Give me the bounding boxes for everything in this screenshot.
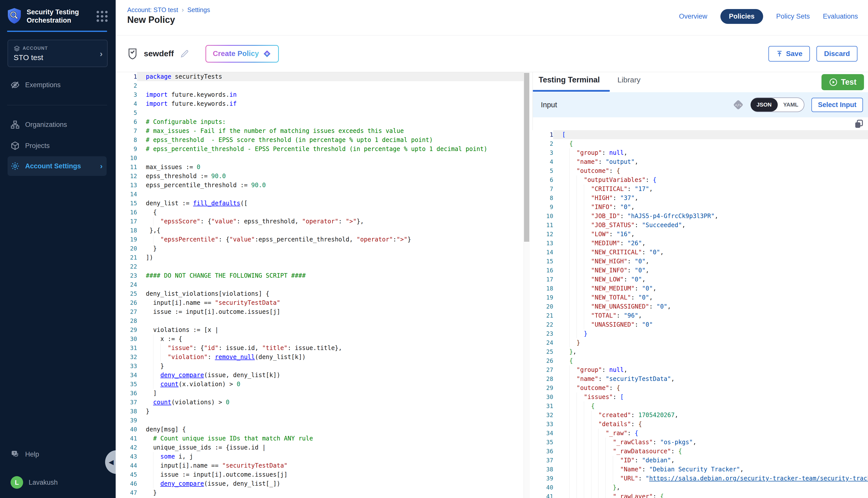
code-line[interactable]: 13epss_percentile_threshold := 90.0 [116,181,524,190]
code-line[interactable]: 19 "epssPercentile": {"value":epss_perce… [116,235,524,244]
code-line[interactable]: 4import future.keywords.if [116,99,524,108]
code-line[interactable]: 6# Configurable inputs: [116,117,524,127]
code-line[interactable]: 3import future.keywords.in [116,90,524,99]
code-line[interactable]: 2 [116,81,524,90]
code-line[interactable]: 12epss_threshold := 90.0 [116,172,524,181]
code-line[interactable]: 38 "Name": "Debian Security Tracker", [533,465,868,474]
code-line[interactable]: 26 { [533,356,868,365]
sidebar-item-help[interactable]: ? Help [8,447,106,462]
discard-button[interactable]: Discard [816,46,857,62]
create-policy-button[interactable]: Create Policy [205,45,279,63]
sidebar-user[interactable]: L Lavakush [8,475,106,490]
code-line[interactable]: 47 } [116,488,524,497]
code-line[interactable]: 5 "outcome": { [533,166,868,175]
code-line[interactable]: 38} [116,407,524,416]
code-line[interactable]: 37 "ID": "debian", [533,456,868,465]
sidebar-item-projects[interactable]: Projects [8,138,106,153]
code-line[interactable]: 46 deny_compare(issue, deny_list[_]) [116,479,524,488]
code-line[interactable]: 15deny_list := fill_defaults([ [116,199,524,208]
code-line[interactable]: 40 }, [533,483,868,492]
code-line[interactable]: 18 "NEW_MEDIUM": "0", [533,284,868,293]
code-line[interactable]: 28 [116,316,524,325]
code-line[interactable]: 39 "URL": "https://salsa.debian.org/secu… [533,474,868,483]
code-line[interactable]: 7 "CRITICAL": "17", [533,184,868,194]
code-line[interactable]: 45 issue := input[i].outcome.issues[j] [116,470,524,479]
code-line[interactable]: 6 "outputVariables": { [533,175,868,184]
code-line[interactable]: 17 "epssScore": {"value": epss_threshold… [116,217,524,226]
code-line[interactable]: 20 } [116,244,524,253]
test-input-json-editor[interactable]: 1[2 {3 "group": null,4 "name": "output",… [533,130,868,498]
code-line[interactable]: 13 "MEDIUM": "26", [533,239,868,248]
code-line[interactable]: 35 "_rawClass": "os-pkgs", [533,438,868,447]
test-button[interactable]: Test [821,74,864,90]
code-line[interactable]: 20 "NEW_UNASSIGNED": "0", [533,302,868,311]
edit-pencil-icon[interactable] [180,49,189,58]
code-line[interactable]: 8# epss_threshold - EPSS score threshold… [116,135,524,144]
code-diamond-icon[interactable]: </> [732,99,744,110]
code-line[interactable]: 41 # Count unique issue IDs that match A… [116,434,524,443]
sidebar-item-organizations[interactable]: Organizations [8,117,106,132]
select-input-button[interactable]: Select Input [812,98,863,112]
code-line[interactable]: 40deny[msg] { [116,425,524,434]
code-line[interactable]: 34 "_raw": { [533,429,868,438]
copy-icon[interactable] [853,119,865,130]
code-line[interactable]: 17 "NEW_LOW": "0", [533,275,868,284]
code-line[interactable]: 39 [116,416,524,425]
nav-overview[interactable]: Overview [679,13,707,21]
code-line[interactable]: 9 "INFO": "0", [533,202,868,212]
code-line[interactable]: 14 "NEW_CRITICAL": "0", [533,248,868,257]
breadcrumb-account[interactable]: Account: STO test [127,6,178,14]
code-line[interactable]: 19 "NEW_TOTAL": "0", [533,293,868,302]
code-line[interactable]: 21 "TOTAL": "96", [533,311,868,320]
code-line[interactable]: 34 deny_compare(issue, deny_list[k]) [116,371,524,380]
code-line[interactable]: 27 issue := input[i].outcome.issues[j] [116,307,524,316]
code-line[interactable]: 26 input[i].name == "securityTestData" [116,298,524,307]
code-line[interactable]: 11max_issues := 0 [116,162,524,172]
nav-evaluations[interactable]: Evaluations [823,13,858,21]
code-line[interactable]: 33 "details": { [533,420,868,429]
code-line[interactable]: 29 violations := [x | [116,325,524,335]
sidebar-item-account-settings[interactable]: Account Settings › [8,156,106,176]
code-line[interactable]: 42 unique_issue_ids := {issue.id | [116,443,524,452]
code-line[interactable]: 16 { [116,208,524,217]
code-line[interactable]: 41 "_rawLayer": { [533,492,868,498]
code-line[interactable]: 22 "UNASSIGNED": "0" [533,320,868,329]
code-line[interactable]: 18 },{ [116,226,524,235]
code-line[interactable]: 32 "created": 1705420267, [533,410,868,420]
code-line[interactable]: 31 "issue": {"id": issue.id, "title": is… [116,343,524,353]
code-line[interactable]: 37 count(violations) > 0 [116,398,524,407]
format-yaml-option[interactable]: YAML [778,102,804,108]
code-line[interactable]: 24 } [533,338,868,347]
save-button[interactable]: Save [768,46,810,62]
sidebar-item-exemptions[interactable]: Exemptions [8,77,106,92]
code-line[interactable]: 8 "HIGH": "37", [533,194,868,202]
code-line[interactable]: 30 x := { [116,335,524,343]
code-line[interactable]: 1package securityTests [116,72,524,81]
code-line[interactable]: 9# epss_percentile_threshold - EPSS Perc… [116,144,524,154]
module-grid-icon[interactable] [97,11,107,22]
code-line[interactable]: 31 { [533,402,868,410]
code-line[interactable]: 2 { [533,139,868,148]
code-line[interactable]: 5 [116,108,524,117]
account-scope-card[interactable]: ACCOUNT STO test › [8,40,107,67]
code-line[interactable]: 10 [116,154,524,162]
code-line[interactable]: 25 }, [533,347,868,356]
tab-testing-terminal[interactable]: Testing Terminal [539,75,600,84]
code-line[interactable]: 21]) [116,253,524,262]
policy-code-editor[interactable]: 1package securityTests23import future.ke… [116,72,524,498]
code-line[interactable]: 44 input[i].name == "securityTestData" [116,461,524,470]
code-line[interactable]: 15 "NEW_HIGH": "0", [533,257,868,266]
code-line[interactable]: 43 some i, j [116,452,524,461]
code-line[interactable]: 35 count(x.violation) > 0 [116,380,524,389]
code-line[interactable]: 23#### DO NOT CHANGE THE FOLLOWING SCRIP… [116,271,524,280]
code-line[interactable]: 36 ] [116,389,524,398]
code-line[interactable]: 11 "JOB_STATUS": "Succeeded", [533,221,868,230]
code-line[interactable]: 1[ [533,130,868,139]
code-line[interactable]: 4 "name": "output", [533,157,868,166]
code-line[interactable]: 30 "issues": [ [533,392,868,402]
code-line[interactable]: 25deny_list_violations[violations] { [116,289,524,298]
code-line[interactable]: 24 [116,280,524,289]
format-toggle[interactable]: JSON YAML [751,97,804,112]
code-line[interactable]: 32 "violation": remove_null(deny_list[k]… [116,353,524,362]
nav-policy-sets[interactable]: Policy Sets [776,13,810,21]
